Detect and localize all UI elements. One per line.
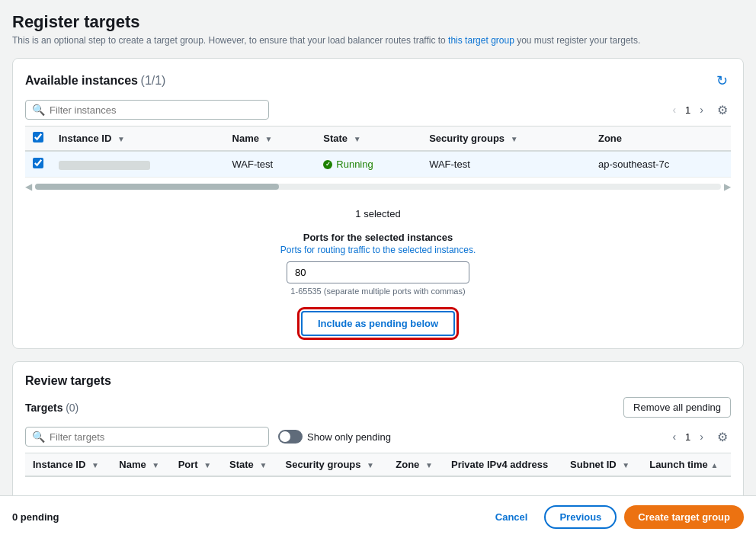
pagination-prev-button[interactable]: ‹ bbox=[668, 102, 681, 117]
col-security-groups: Security groups ▼ bbox=[421, 126, 591, 152]
targets-pagination-next[interactable]: › bbox=[695, 429, 708, 444]
filter-targets-searchbox[interactable]: 🔍 bbox=[25, 427, 269, 447]
table-row: WAF-test Running WAF-test ap-southeast-7… bbox=[25, 151, 731, 178]
available-pagination: ‹ 1 › bbox=[668, 102, 708, 117]
include-pending-button[interactable]: Include as pending below bbox=[301, 311, 455, 336]
review-targets-title-row: Review targets bbox=[25, 374, 731, 388]
show-only-pending-toggle-group: Show only pending bbox=[278, 430, 391, 444]
pending-count: 0 pending bbox=[12, 511, 59, 523]
search-icon: 🔍 bbox=[32, 104, 45, 116]
select-all-checkbox[interactable] bbox=[33, 132, 43, 143]
targets-col-security-groups: Security groups ▼ bbox=[278, 453, 389, 477]
remove-all-pending-button[interactable]: Remove all pending bbox=[623, 397, 731, 418]
col-state: State ▼ bbox=[316, 126, 421, 152]
port-hint: 1-65535 (separate multiple ports with co… bbox=[290, 287, 465, 296]
available-instances-card: Available instances (1/1) ↻ 🔍 ‹ 1 › ⚙ bbox=[12, 58, 744, 349]
port-input[interactable] bbox=[287, 261, 469, 283]
available-instances-header: Available instances (1/1) ↻ bbox=[25, 71, 731, 91]
cancel-button[interactable]: Cancel bbox=[486, 507, 537, 527]
targets-col-zone: Zone ▼ bbox=[388, 453, 444, 477]
cell-instance-id bbox=[51, 151, 225, 178]
col-name: Name ▼ bbox=[225, 126, 316, 152]
state-label: Running bbox=[336, 159, 373, 170]
targets-col-ipv4: Private IPv4 address bbox=[444, 453, 562, 477]
cell-security-groups: WAF-test bbox=[421, 151, 591, 178]
page-subtitle: This is an optional step to create a tar… bbox=[12, 35, 744, 46]
targets-toolbar-left: 🔍 Show only pending bbox=[25, 427, 391, 447]
targets-count-label: Targets (0) bbox=[25, 402, 78, 414]
footer: 0 pending Cancel Previous Create target … bbox=[0, 495, 756, 538]
targets-pagination: ‹ 1 › bbox=[668, 429, 708, 444]
selected-count: 1 selected bbox=[25, 199, 731, 226]
pagination-next-button[interactable]: › bbox=[695, 102, 708, 117]
instances-table-scroll[interactable]: Instance ID ▼ Name ▼ State ▼ Security gr… bbox=[25, 126, 731, 178]
pagination-number: 1 bbox=[685, 104, 690, 116]
footer-actions: Cancel Previous Create target group bbox=[486, 505, 744, 529]
review-header: Targets (0) Remove all pending bbox=[25, 397, 731, 418]
previous-button[interactable]: Previous bbox=[544, 505, 617, 529]
row-checkbox-cell bbox=[25, 151, 51, 178]
include-pending-wrapper: Include as pending below bbox=[25, 311, 731, 336]
ports-label: Ports for the selected instances bbox=[303, 232, 453, 243]
cell-zone: ap-southeast-7c bbox=[591, 151, 731, 178]
cell-name: WAF-test bbox=[225, 151, 316, 178]
targets-toolbar: 🔍 Show only pending ‹ 1 › ⚙ bbox=[25, 427, 731, 447]
toggle-knob bbox=[280, 431, 290, 442]
col-zone: Zone bbox=[591, 126, 731, 152]
instances-table: Instance ID ▼ Name ▼ State ▼ Security gr… bbox=[25, 126, 731, 178]
targets-col-instance-id: Instance ID ▼ bbox=[25, 453, 111, 477]
targets-pagination-prev[interactable]: ‹ bbox=[668, 429, 681, 444]
show-only-pending-label: Show only pending bbox=[307, 431, 391, 443]
targets-pagination-num: 1 bbox=[685, 431, 690, 443]
targets-col-state: State ▼ bbox=[222, 453, 278, 477]
available-instances-title: Available instances (1/1) bbox=[25, 74, 165, 88]
available-toolbar: 🔍 ‹ 1 › ⚙ bbox=[25, 100, 731, 120]
filter-instances-input[interactable] bbox=[50, 104, 262, 116]
refresh-button[interactable]: ↻ bbox=[713, 71, 731, 91]
filter-targets-search-icon: 🔍 bbox=[32, 431, 45, 443]
table-settings-button[interactable]: ⚙ bbox=[714, 101, 731, 119]
cell-state: Running bbox=[316, 151, 421, 178]
targets-col-launch-time: Launch time ▲ bbox=[642, 453, 731, 477]
create-target-group-button[interactable]: Create target group bbox=[624, 505, 744, 529]
row-checkbox[interactable] bbox=[33, 158, 43, 168]
targets-table-settings-button[interactable]: ⚙ bbox=[714, 428, 731, 446]
targets-col-port: Port ▼ bbox=[171, 453, 222, 477]
filter-targets-input[interactable] bbox=[50, 431, 262, 443]
targets-col-name: Name ▼ bbox=[111, 453, 170, 477]
status-dot bbox=[323, 160, 332, 169]
port-section: Ports for the selected instances Ports f… bbox=[25, 226, 731, 302]
show-only-pending-toggle[interactable] bbox=[278, 430, 303, 444]
col-instance-id: Instance ID ▼ bbox=[51, 126, 225, 152]
header-checkbox-col bbox=[25, 126, 51, 152]
page-title: Register targets bbox=[12, 12, 744, 32]
subtitle-link[interactable]: this target group bbox=[448, 35, 514, 46]
ports-sublabel: Ports for routing traffic to the selecte… bbox=[280, 245, 476, 255]
filter-instances-searchbox[interactable]: 🔍 bbox=[25, 100, 269, 120]
targets-col-subnet: Subnet ID ▼ bbox=[562, 453, 642, 477]
